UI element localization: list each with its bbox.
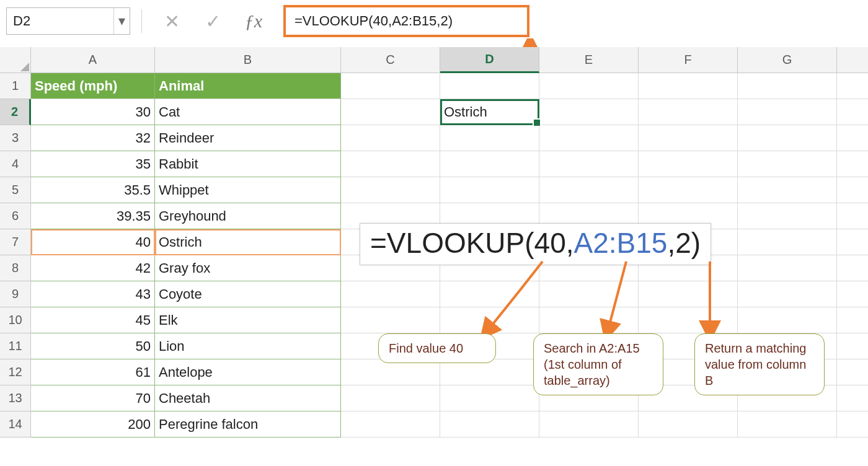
cell-H3[interactable] (837, 125, 868, 151)
name-box[interactable]: D2 ▾ (6, 7, 130, 35)
select-all-corner[interactable] (0, 47, 31, 73)
cell-F13[interactable] (639, 385, 738, 411)
cell-G14[interactable] (738, 411, 837, 437)
cell-D5[interactable] (440, 177, 539, 203)
cell-E1[interactable] (539, 73, 639, 99)
column-header-F[interactable]: F (639, 47, 738, 73)
row-header-10[interactable]: 10 (0, 307, 31, 333)
animal-cell-6[interactable]: Greyhound (155, 203, 341, 229)
cell-E8[interactable] (539, 255, 639, 281)
column-header-B[interactable]: B (155, 47, 341, 73)
animal-cell-10[interactable]: Elk (155, 307, 341, 333)
cell-E13[interactable] (539, 385, 639, 411)
cell-C7[interactable] (341, 229, 440, 255)
cell-D13[interactable] (440, 385, 539, 411)
cell-E9[interactable] (539, 281, 639, 307)
cell-H9[interactable] (837, 281, 868, 307)
animal-cell-2[interactable]: Cat (155, 99, 341, 125)
cell-F1[interactable] (639, 73, 738, 99)
cell-D9[interactable] (440, 281, 539, 307)
cell-E2[interactable] (539, 99, 639, 125)
animal-cell-13[interactable]: Cheetah (155, 385, 341, 411)
speed-cell-11[interactable]: 50 (31, 333, 155, 359)
cell-H1[interactable] (837, 73, 868, 99)
column-header-E[interactable]: E (539, 47, 639, 73)
column-header-G[interactable]: G (738, 47, 837, 73)
cell-F4[interactable] (639, 151, 738, 177)
animal-cell-8[interactable]: Gray fox (155, 255, 341, 281)
cell-E11[interactable] (539, 333, 639, 359)
cell-G4[interactable] (738, 151, 837, 177)
cell-F8[interactable] (639, 255, 738, 281)
cell-E4[interactable] (539, 151, 639, 177)
cell-F14[interactable] (639, 411, 738, 437)
animal-cell-5[interactable]: Whippet (155, 177, 341, 203)
cell-F5[interactable] (639, 177, 738, 203)
cell-G10[interactable] (738, 307, 837, 333)
active-cell[interactable]: Ostrich (440, 99, 539, 125)
cell-G9[interactable] (738, 281, 837, 307)
cell-E7[interactable] (539, 229, 639, 255)
cell-C14[interactable] (341, 411, 440, 437)
cell-D10[interactable] (440, 307, 539, 333)
cell-H13[interactable] (837, 385, 868, 411)
row-header-8[interactable]: 8 (0, 255, 31, 281)
cell-E14[interactable] (539, 411, 639, 437)
cell-G6[interactable] (738, 203, 837, 229)
formula-bar-input[interactable]: =VLOOKUP(40,A2:B15,2) (283, 5, 529, 37)
cell-E12[interactable] (539, 359, 639, 385)
animal-cell-14[interactable]: Peregrine falcon (155, 411, 341, 437)
speed-cell-6[interactable]: 39.35 (31, 203, 155, 229)
cell-C9[interactable] (341, 281, 440, 307)
animal-cell-11[interactable]: Lion (155, 333, 341, 359)
cell-F9[interactable] (639, 281, 738, 307)
row-header-11[interactable]: 11 (0, 333, 31, 359)
cell-G13[interactable] (738, 385, 837, 411)
row-header-9[interactable]: 9 (0, 281, 31, 307)
cell-G3[interactable] (738, 125, 837, 151)
animal-cell-7[interactable]: Ostrich (155, 229, 341, 255)
speed-cell-7[interactable]: 40 (31, 229, 155, 255)
accept-formula-icon[interactable]: ✓ (194, 7, 231, 35)
cell-D8[interactable] (440, 255, 539, 281)
cell-E10[interactable] (539, 307, 639, 333)
cell-D7[interactable] (440, 229, 539, 255)
row-header-6[interactable]: 6 (0, 203, 31, 229)
fx-icon[interactable]: ƒx (235, 7, 272, 35)
row-header-4[interactable]: 4 (0, 151, 31, 177)
speed-cell-5[interactable]: 35.5 (31, 177, 155, 203)
cell-H11[interactable] (837, 333, 868, 359)
cell-C1[interactable] (341, 73, 440, 99)
cell-G8[interactable] (738, 255, 837, 281)
cell-H8[interactable] (837, 255, 868, 281)
cell-D14[interactable] (440, 411, 539, 437)
speed-cell-9[interactable]: 43 (31, 281, 155, 307)
row-header-2[interactable]: 2 (0, 99, 31, 125)
cell-C11[interactable] (341, 333, 440, 359)
speed-cell-14[interactable]: 200 (31, 411, 155, 437)
column-header-D[interactable]: D (440, 47, 539, 73)
row-header-3[interactable]: 3 (0, 125, 31, 151)
cell-H14[interactable] (837, 411, 868, 437)
column-header-A[interactable]: A (31, 47, 155, 73)
speed-cell-8[interactable]: 42 (31, 255, 155, 281)
spreadsheet-grid[interactable]: ABCDEFGH1Speed (mph)Animal230CatOstrich3… (0, 47, 868, 466)
cell-C10[interactable] (341, 307, 440, 333)
speed-cell-12[interactable]: 61 (31, 359, 155, 385)
cell-G11[interactable] (738, 333, 837, 359)
cell-H10[interactable] (837, 307, 868, 333)
cell-D11[interactable] (440, 333, 539, 359)
speed-cell-2[interactable]: 30 (31, 99, 155, 125)
cell-C13[interactable] (341, 385, 440, 411)
cell-G5[interactable] (738, 177, 837, 203)
cell-D1[interactable] (440, 73, 539, 99)
cell-H7[interactable] (837, 229, 868, 255)
cell-G12[interactable] (738, 359, 837, 385)
column-header-H[interactable]: H (837, 47, 868, 73)
row-header-14[interactable]: 14 (0, 411, 31, 437)
cell-G1[interactable] (738, 73, 837, 99)
cell-G7[interactable] (738, 229, 837, 255)
name-box-dropdown-icon[interactable]: ▾ (113, 8, 130, 34)
row-header-7[interactable]: 7 (0, 229, 31, 255)
cell-E3[interactable] (539, 125, 639, 151)
